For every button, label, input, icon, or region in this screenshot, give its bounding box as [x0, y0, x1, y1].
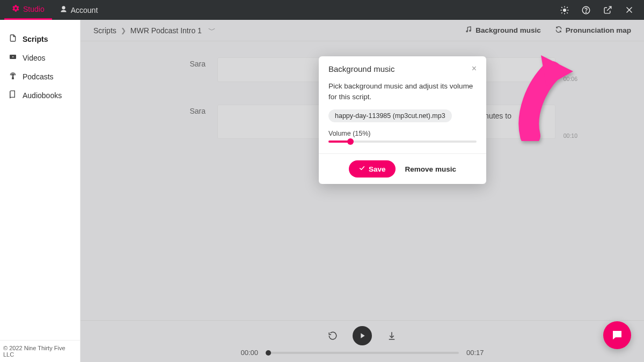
tab-studio[interactable]: Studio: [4, 0, 52, 20]
chat-button[interactable]: [603, 321, 631, 349]
help-icon[interactable]: [575, 0, 597, 20]
sidebar-item-label: Videos: [23, 54, 46, 62]
close-icon[interactable]: [618, 0, 640, 20]
tab-account-label: Account: [71, 6, 98, 14]
remove-music-button[interactable]: Remove music: [405, 165, 456, 173]
person-icon: [60, 5, 68, 15]
sidebar: Scripts Videos Podcasts Audiobooks © 202…: [0, 20, 80, 362]
svg-line-8: [567, 7, 568, 8]
check-icon: [358, 165, 365, 173]
book-icon: [9, 90, 17, 100]
slider-thumb[interactable]: [347, 138, 354, 145]
gear-icon: [12, 4, 20, 14]
sidebar-item-audiobooks[interactable]: Audiobooks: [0, 86, 80, 105]
sidebar-item-label: Podcasts: [23, 72, 54, 81]
modal-title: Background music: [328, 64, 394, 73]
open-external-icon[interactable]: [597, 0, 618, 20]
svg-point-15: [12, 75, 14, 76]
svg-line-7: [561, 12, 562, 13]
file-chip[interactable]: happy-day-113985 (mp3cut.net).mp3: [328, 109, 452, 122]
sidebar-item-scripts[interactable]: Scripts: [0, 29, 80, 48]
podcast-icon: [9, 71, 17, 82]
close-icon[interactable]: ×: [472, 64, 477, 73]
tab-studio-label: Studio: [23, 5, 45, 13]
svg-line-5: [561, 7, 562, 8]
sidebar-item-label: Scripts: [23, 35, 48, 43]
tab-account[interactable]: Account: [52, 0, 106, 20]
document-icon: [9, 34, 17, 44]
svg-point-0: [563, 9, 566, 12]
svg-line-6: [567, 12, 568, 13]
sidebar-item-label: Audiobooks: [23, 91, 62, 100]
theme-toggle-icon[interactable]: [554, 0, 575, 20]
video-icon: [9, 53, 17, 63]
background-music-modal: Background music × Pick background music…: [319, 56, 486, 184]
volume-slider[interactable]: [328, 141, 477, 143]
save-button[interactable]: Save: [349, 160, 396, 178]
modal-description: Pick background music and adjust its vol…: [328, 81, 477, 102]
svg-point-10: [586, 12, 586, 12]
sidebar-item-podcasts[interactable]: Podcasts: [0, 67, 80, 86]
sidebar-item-videos[interactable]: Videos: [0, 48, 80, 67]
top-bar: Studio Account: [0, 0, 644, 20]
volume-label: Volume (15%): [328, 130, 477, 137]
sidebar-footer: © 2022 Nine Thirty Five LLC: [0, 340, 80, 362]
